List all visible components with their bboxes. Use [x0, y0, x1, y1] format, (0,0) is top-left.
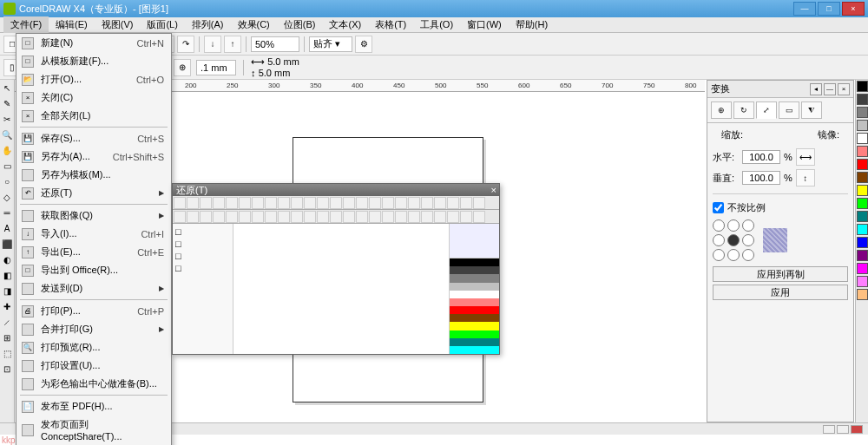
color-swatch[interactable]	[857, 94, 868, 105]
zoom-combo[interactable]: 50%	[251, 36, 299, 52]
tool-button[interactable]: ▭	[0, 159, 14, 173]
color-swatch[interactable]	[857, 146, 868, 157]
file-menu-item[interactable]: 📂打开(O)...Ctrl+O	[16, 70, 171, 88]
mini-swatch[interactable]	[450, 283, 499, 291]
tool-button[interactable]: ⬛	[0, 237, 14, 251]
menu-文件F[interactable]: 文件(F)	[3, 16, 49, 33]
anchor-grid[interactable]	[713, 219, 754, 261]
file-menu-item[interactable]: ×全部关闭(L)	[16, 107, 171, 125]
file-menu-item[interactable]: 💾另存为(A)...Ctrl+Shift+S	[16, 147, 171, 166]
mini-swatch[interactable]	[450, 274, 499, 282]
mini-toolbar-button[interactable]	[278, 197, 290, 209]
mini-toolbar-button[interactable]	[447, 211, 459, 223]
menu-版面L[interactable]: 版面(L)	[140, 16, 184, 33]
menu-视图V[interactable]: 视图(V)	[95, 16, 141, 33]
file-menu-item[interactable]: ↓导入(I)...Ctrl+I	[16, 225, 171, 243]
menu-排列A[interactable]: 排列(A)	[185, 16, 231, 33]
mini-toolbar-button[interactable]	[304, 197, 316, 209]
mini-toolbar-button[interactable]	[187, 211, 199, 223]
mini-toolbar-button[interactable]	[369, 211, 381, 223]
tool-button[interactable]: ○	[0, 174, 14, 188]
file-menu-item[interactable]: 发布页面到 ConceptShare(T)...	[16, 416, 171, 444]
docker-left-icon[interactable]: ◂	[810, 83, 822, 95]
menu-窗口W[interactable]: 窗口(W)	[460, 16, 509, 33]
mini-toolbar-button[interactable]	[317, 211, 329, 223]
tab-position-icon[interactable]: ⊕	[711, 101, 732, 119]
mini-toolbar-button[interactable]	[473, 211, 485, 223]
mini-swatch[interactable]	[450, 338, 499, 346]
minimize-button[interactable]: —	[793, 2, 816, 16]
tool-button[interactable]: ⟋	[0, 315, 14, 329]
file-menu-item[interactable]: ×关闭(C)	[16, 88, 171, 107]
apply-duplicate-button[interactable]: 应用到再制	[713, 266, 848, 282]
menu-位图B[interactable]: 位图(B)	[277, 16, 323, 33]
mirror-h-icon[interactable]: ⟷	[796, 148, 815, 166]
mini-swatch[interactable]	[450, 346, 499, 354]
mini-toolbar-button[interactable]	[395, 197, 407, 209]
apply-button[interactable]: 应用	[713, 285, 848, 300]
tool-button[interactable]: ⊞	[0, 330, 14, 344]
mini-toolbar-button[interactable]	[356, 197, 368, 209]
color-swatch[interactable]	[857, 198, 868, 209]
mini-toolbar-button[interactable]	[408, 197, 420, 209]
mini-toolbar-button[interactable]	[252, 197, 264, 209]
file-menu-item[interactable]: 📄发布至 PDF(H)...	[16, 397, 171, 416]
mini-toolbar-button[interactable]	[174, 197, 186, 209]
color-swatch[interactable]	[857, 81, 868, 92]
tab-size-icon[interactable]: ▭	[779, 101, 799, 119]
file-menu-item[interactable]: □从模板新建(F)...	[16, 52, 171, 70]
color-swatch[interactable]	[857, 172, 868, 183]
submenu-close-icon[interactable]: ×	[491, 185, 499, 195]
tool-button[interactable]: ◐	[0, 252, 14, 266]
file-menu-item[interactable]: □新建(N)Ctrl+N	[16, 34, 171, 52]
color-swatch[interactable]	[857, 250, 868, 261]
mini-toolbar-button[interactable]	[226, 211, 238, 223]
file-menu-item[interactable]: 合并打印(G)▶	[16, 320, 171, 338]
mini-toolbar-button[interactable]	[317, 197, 329, 209]
tool-button[interactable]: ◧	[0, 268, 14, 282]
color-swatch[interactable]	[857, 107, 868, 118]
mini-toolbar-button[interactable]	[330, 211, 342, 223]
file-menu-item[interactable]: 获取图像(Q)▶	[16, 206, 171, 225]
menu-工具O[interactable]: 工具(O)	[413, 16, 460, 33]
mini-toolbar-button[interactable]	[200, 197, 212, 209]
status-color-icon[interactable]	[851, 425, 863, 434]
mini-toolbar-button[interactable]	[421, 211, 433, 223]
mini-toolbar-button[interactable]	[330, 197, 342, 209]
tool-button[interactable]: A	[0, 221, 14, 235]
color-swatch[interactable]	[857, 263, 868, 274]
tool-button[interactable]: ✚	[0, 299, 14, 313]
v-scale-input[interactable]	[742, 171, 780, 185]
status-outline-icon[interactable]	[837, 425, 849, 434]
color-swatch[interactable]	[857, 237, 868, 248]
mini-toolbar-button[interactable]	[174, 211, 186, 223]
non-proportional-checkbox[interactable]	[713, 202, 724, 213]
mini-toolbar-button[interactable]	[226, 197, 238, 209]
mini-toolbar-button[interactable]	[239, 197, 251, 209]
mini-toolbar-button[interactable]	[291, 197, 303, 209]
mini-toolbar-button[interactable]	[278, 211, 290, 223]
file-menu-item[interactable]: ↶还原(T)▶	[16, 184, 171, 202]
mini-toolbar-button[interactable]	[408, 211, 420, 223]
redo-icon[interactable]: ↷	[177, 36, 194, 53]
color-swatch[interactable]	[857, 120, 868, 131]
mini-toolbar-button[interactable]	[395, 211, 407, 223]
options-icon[interactable]: ⚙	[355, 36, 372, 53]
maximize-button[interactable]: □	[818, 2, 840, 16]
file-menu-item[interactable]: 发送到(D)▶	[16, 279, 171, 298]
status-fill-icon[interactable]	[823, 425, 835, 434]
tool-button[interactable]: ↖	[0, 81, 14, 95]
mini-toolbar-button[interactable]	[434, 211, 446, 223]
tool-button[interactable]: ◨	[0, 284, 14, 298]
menu-编辑E[interactable]: 编辑(E)	[49, 16, 95, 33]
mini-swatch[interactable]	[450, 330, 499, 338]
color-swatch[interactable]	[857, 276, 868, 287]
mini-toolbar-button[interactable]	[304, 211, 316, 223]
mini-toolbar-button[interactable]	[473, 197, 485, 209]
tool-button[interactable]: ◇	[0, 190, 14, 204]
file-menu-item[interactable]: □导出到 Office(R)...	[16, 261, 171, 279]
color-swatch[interactable]	[857, 224, 868, 235]
snap-combo[interactable]: 贴齐 ▾	[309, 36, 352, 52]
dup-y-field[interactable]: 5.0 mm	[259, 68, 291, 78]
mini-toolbar-button[interactable]	[382, 211, 394, 223]
